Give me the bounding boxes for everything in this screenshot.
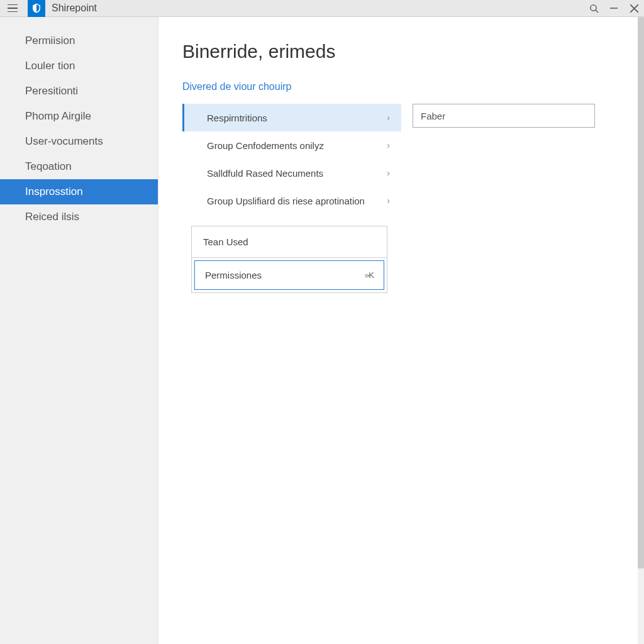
sidebar-item-user-vocuments[interactable]: User-vocuments [0,129,158,154]
close-icon[interactable] [629,3,639,13]
card-header: Tean Used [192,226,387,258]
svg-point-0 [590,4,596,10]
page-title: Binerride, erimeds [182,41,620,62]
setting-label: Group Cenfodements onilyz [207,140,324,151]
sidebar-item-insprosstion[interactable]: Insprosstion [0,179,158,204]
setting-item-group-upslifiard[interactable]: Group Upslifiard dis riese aprotination … [182,187,401,214]
sidebar-item-louler[interactable]: Louler tion [0,53,158,79]
sidebar-item-peresitionti[interactable]: Peresitionti [0,79,158,104]
card-item-label: Permissiones [205,270,262,280]
chevron-right-icon: › [387,113,390,123]
card-item-permissiones[interactable]: Permissiones ››K [194,260,384,290]
setting-label: Group Upslifiard dis riese aprotination [207,196,365,206]
hamburger-menu-icon[interactable] [5,1,20,16]
filter-input[interactable] [413,104,595,128]
chevron-right-icon: › [387,196,390,206]
setting-item-salldfuld[interactable]: Salldfuld Rased Necuments › [182,159,401,187]
scrollbar[interactable] [638,17,644,644]
setting-label: Salldfuld Rased Necuments [207,168,323,179]
sidebar-item-permission[interactable]: Permiision [0,28,158,53]
scrollbar-thumb[interactable] [638,17,644,569]
svg-line-1 [596,10,598,13]
card: Tean Used Permissiones ››K [191,226,387,293]
card-item-action-icon: ››K [365,270,374,280]
titlebar: Shirepoint [0,0,644,17]
content-area: Binerride, erimeds Divered de viour chou… [158,17,644,644]
minimize-icon[interactable] [609,3,619,13]
app-logo-icon [28,0,45,17]
sidebar: Permiision Louler tion Peresitionti Phom… [0,17,158,644]
sidebar-item-reiced[interactable]: Reiced ilsis [0,204,158,230]
setting-item-group-cenfodements[interactable]: Group Cenfodements onilyz › [182,131,401,159]
sidebar-item-phomp[interactable]: Phomp Airgile [0,104,158,129]
sidebar-item-teqoation[interactable]: Teqoation [0,154,158,179]
app-title: Shirepoint [52,3,97,14]
setting-item-respirntritions[interactable]: Respirntritions › [182,104,401,131]
chevron-right-icon: › [387,168,390,178]
chevron-right-icon: › [387,140,390,150]
setting-label: Respirntritions [207,113,267,123]
search-icon[interactable] [589,3,599,13]
subtitle-link[interactable]: Divered de viour chouirp [182,81,620,92]
settings-list: Respirntritions › Group Cenfodements oni… [182,104,401,214]
